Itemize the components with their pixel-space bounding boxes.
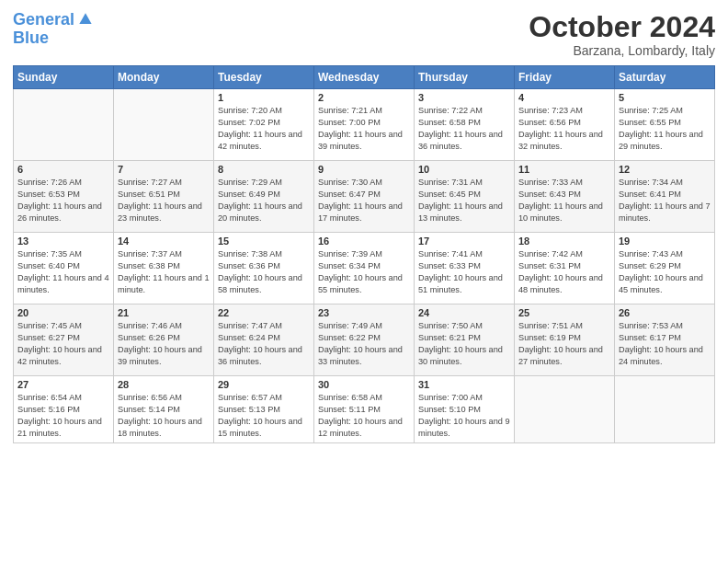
day-number: 7 [118,164,210,175]
header: General Blue October 2024 Barzana, Lomba… [13,11,715,58]
day-cell: 21Sunrise: 7:46 AM Sunset: 6:26 PM Dayli… [114,304,214,376]
day-info: Sunrise: 6:57 AM Sunset: 5:13 PM Dayligh… [218,392,310,440]
day-header-saturday: Saturday [615,66,715,89]
day-cell [515,376,615,443]
day-number: 11 [518,164,610,175]
week-row-3: 13Sunrise: 7:35 AM Sunset: 6:40 PM Dayli… [14,233,715,304]
location: Barzana, Lombardy, Italy [529,43,715,58]
day-info: Sunrise: 7:39 AM Sunset: 6:34 PM Dayligh… [318,248,410,296]
day-cell: 22Sunrise: 7:47 AM Sunset: 6:24 PM Dayli… [214,304,314,376]
day-info: Sunrise: 7:50 AM Sunset: 6:21 PM Dayligh… [418,320,510,368]
day-number: 27 [17,379,109,390]
day-header-tuesday: Tuesday [214,66,314,89]
day-cell: 5Sunrise: 7:25 AM Sunset: 6:55 PM Daylig… [615,89,715,161]
day-info: Sunrise: 7:21 AM Sunset: 7:00 PM Dayligh… [318,105,410,153]
day-cell: 18Sunrise: 7:42 AM Sunset: 6:31 PM Dayli… [515,233,615,304]
day-cell: 13Sunrise: 7:35 AM Sunset: 6:40 PM Dayli… [14,233,114,304]
day-number: 28 [118,379,210,390]
day-cell: 29Sunrise: 6:57 AM Sunset: 5:13 PM Dayli… [214,376,314,443]
day-number: 1 [218,92,310,103]
day-cell: 28Sunrise: 6:56 AM Sunset: 5:14 PM Dayli… [114,376,214,443]
day-number: 5 [619,92,711,103]
day-info: Sunrise: 7:23 AM Sunset: 6:56 PM Dayligh… [518,105,610,153]
day-cell: 9Sunrise: 7:30 AM Sunset: 6:47 PM Daylig… [314,161,415,233]
day-number: 14 [118,236,210,247]
day-header-wednesday: Wednesday [314,66,415,89]
logo-text-blue: Blue [13,29,49,48]
day-number: 9 [318,164,410,175]
day-cell: 11Sunrise: 7:33 AM Sunset: 6:43 PM Dayli… [515,161,615,233]
day-info: Sunrise: 6:58 AM Sunset: 5:11 PM Dayligh… [318,392,410,440]
day-number: 25 [518,307,610,318]
day-info: Sunrise: 7:26 AM Sunset: 6:53 PM Dayligh… [17,177,109,224]
day-number: 17 [418,236,510,247]
day-info: Sunrise: 7:00 AM Sunset: 5:10 PM Dayligh… [418,392,510,440]
day-number: 22 [218,307,310,318]
day-header-sunday: Sunday [14,66,114,89]
day-number: 16 [318,236,410,247]
day-cell: 23Sunrise: 7:49 AM Sunset: 6:22 PM Dayli… [314,304,415,376]
day-cell: 24Sunrise: 7:50 AM Sunset: 6:21 PM Dayli… [415,304,515,376]
day-info: Sunrise: 7:29 AM Sunset: 6:49 PM Dayligh… [218,177,310,224]
day-cell: 27Sunrise: 6:54 AM Sunset: 5:16 PM Dayli… [14,376,114,443]
day-info: Sunrise: 7:25 AM Sunset: 6:55 PM Dayligh… [619,105,711,153]
week-row-2: 6Sunrise: 7:26 AM Sunset: 6:53 PM Daylig… [14,161,715,233]
day-cell: 17Sunrise: 7:41 AM Sunset: 6:33 PM Dayli… [415,233,515,304]
day-number: 20 [17,307,109,318]
day-cell [615,376,715,443]
day-number: 26 [619,307,711,318]
day-number: 8 [218,164,310,175]
day-info: Sunrise: 7:30 AM Sunset: 6:47 PM Dayligh… [318,177,410,224]
day-number: 30 [318,379,410,390]
day-cell: 3Sunrise: 7:22 AM Sunset: 6:58 PM Daylig… [415,89,515,161]
day-info: Sunrise: 7:41 AM Sunset: 6:33 PM Dayligh… [418,248,510,296]
day-number: 6 [17,164,109,175]
day-cell: 6Sunrise: 7:26 AM Sunset: 6:53 PM Daylig… [14,161,114,233]
day-cell: 25Sunrise: 7:51 AM Sunset: 6:19 PM Dayli… [515,304,615,376]
day-info: Sunrise: 7:20 AM Sunset: 7:02 PM Dayligh… [218,105,310,153]
day-number: 19 [619,236,711,247]
day-header-monday: Monday [114,66,214,89]
day-cell: 15Sunrise: 7:38 AM Sunset: 6:36 PM Dayli… [214,233,314,304]
day-info: Sunrise: 7:33 AM Sunset: 6:43 PM Dayligh… [518,177,610,224]
day-cell [114,89,214,161]
day-info: Sunrise: 7:22 AM Sunset: 6:58 PM Dayligh… [418,105,510,153]
week-row-5: 27Sunrise: 6:54 AM Sunset: 5:16 PM Dayli… [14,376,715,443]
day-header-friday: Friday [515,66,615,89]
day-info: Sunrise: 7:31 AM Sunset: 6:45 PM Dayligh… [418,177,510,224]
day-number: 18 [518,236,610,247]
day-cell: 14Sunrise: 7:37 AM Sunset: 6:38 PM Dayli… [114,233,214,304]
day-cell: 19Sunrise: 7:43 AM Sunset: 6:29 PM Dayli… [615,233,715,304]
day-info: Sunrise: 7:27 AM Sunset: 6:51 PM Dayligh… [118,177,210,224]
calendar-container: General Blue October 2024 Barzana, Lomba… [0,0,728,451]
day-info: Sunrise: 7:43 AM Sunset: 6:29 PM Dayligh… [619,248,711,296]
day-info: Sunrise: 7:46 AM Sunset: 6:26 PM Dayligh… [118,320,210,368]
day-cell: 8Sunrise: 7:29 AM Sunset: 6:49 PM Daylig… [214,161,314,233]
day-info: Sunrise: 7:42 AM Sunset: 6:31 PM Dayligh… [518,248,610,296]
day-number: 23 [318,307,410,318]
day-cell: 1Sunrise: 7:20 AM Sunset: 7:02 PM Daylig… [214,89,314,161]
day-info: Sunrise: 7:45 AM Sunset: 6:27 PM Dayligh… [17,320,109,368]
week-row-4: 20Sunrise: 7:45 AM Sunset: 6:27 PM Dayli… [14,304,715,376]
day-number: 3 [418,92,510,103]
title-block: October 2024 Barzana, Lombardy, Italy [529,11,715,58]
day-cell: 4Sunrise: 7:23 AM Sunset: 6:56 PM Daylig… [515,89,615,161]
day-cell: 16Sunrise: 7:39 AM Sunset: 6:34 PM Dayli… [314,233,415,304]
day-cell: 2Sunrise: 7:21 AM Sunset: 7:00 PM Daylig… [314,89,415,161]
day-cell: 26Sunrise: 7:53 AM Sunset: 6:17 PM Dayli… [615,304,715,376]
day-info: Sunrise: 7:35 AM Sunset: 6:40 PM Dayligh… [17,248,109,296]
day-info: Sunrise: 7:51 AM Sunset: 6:19 PM Dayligh… [518,320,610,368]
day-number: 29 [218,379,310,390]
day-cell: 20Sunrise: 7:45 AM Sunset: 6:27 PM Dayli… [14,304,114,376]
day-info: Sunrise: 6:54 AM Sunset: 5:16 PM Dayligh… [17,392,109,440]
day-info: Sunrise: 6:56 AM Sunset: 5:14 PM Dayligh… [118,392,210,440]
day-info: Sunrise: 7:47 AM Sunset: 6:24 PM Dayligh… [218,320,310,368]
day-number: 31 [418,379,510,390]
logo-text: General [13,11,74,29]
day-cell: 30Sunrise: 6:58 AM Sunset: 5:11 PM Dayli… [314,376,415,443]
svg-marker-0 [79,13,91,24]
day-info: Sunrise: 7:53 AM Sunset: 6:17 PM Dayligh… [619,320,711,368]
day-number: 15 [218,236,310,247]
day-number: 24 [418,307,510,318]
day-header-thursday: Thursday [415,66,515,89]
